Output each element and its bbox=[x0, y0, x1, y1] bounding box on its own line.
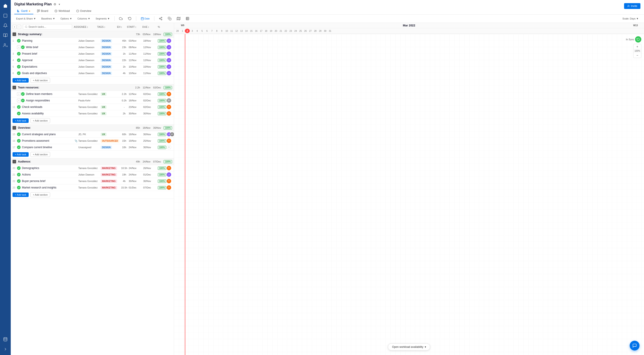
section-collapse-team[interactable]: − bbox=[12, 86, 16, 89]
task-name[interactable]: Current strategies and plans bbox=[22, 133, 78, 136]
sidebar-icon-contacts[interactable] bbox=[2, 42, 8, 48]
copy-button[interactable] bbox=[166, 16, 173, 21]
add-task-button-overview[interactable]: + Add task bbox=[12, 152, 29, 157]
task-start: 08/Nov bbox=[129, 46, 143, 48]
search-input[interactable] bbox=[28, 25, 70, 28]
invite-button[interactable]: Invite bbox=[624, 3, 640, 9]
task-tag[interactable]: MARKETING bbox=[101, 173, 117, 176]
scale-label[interactable]: Scale: Days ▼ bbox=[620, 16, 640, 21]
add-task-button-strategy[interactable]: + Add task bbox=[12, 78, 29, 82]
zoom-in-button[interactable]: + bbox=[634, 44, 640, 49]
expand-all-button[interactable]: + bbox=[12, 25, 16, 29]
task-name[interactable]: Goals and objectives bbox=[22, 72, 78, 75]
task-tag[interactable]: UX bbox=[101, 92, 106, 96]
table-row: − Assign responsibles Paula Kehr 0.2h 18… bbox=[11, 97, 174, 104]
sidebar-icon-home[interactable] bbox=[2, 3, 8, 9]
options-label: Options bbox=[60, 17, 69, 20]
task-name[interactable]: Compare current timeline bbox=[22, 146, 78, 149]
tab-overview[interactable]: Overview bbox=[74, 8, 94, 14]
columns-button[interactable]: Columns ▼ bbox=[76, 16, 92, 21]
task-tag[interactable]: OUTSOURCED bbox=[101, 139, 119, 142]
col-header-assignee[interactable]: ASSIGNEE ↕ bbox=[73, 26, 95, 28]
title-dropdown-icon[interactable]: ▼ bbox=[58, 3, 60, 6]
segments-button[interactable]: Segments ▼ bbox=[94, 16, 112, 21]
add-section-button-audience[interactable]: + Add section bbox=[30, 192, 50, 197]
col-header-start[interactable]: START ↕ bbox=[126, 26, 140, 28]
cloud-sync-button[interactable] bbox=[117, 16, 124, 21]
task-expand-btn[interactable]: − bbox=[17, 92, 20, 96]
col-header-pct[interactable]: % bbox=[157, 26, 166, 28]
task-pct: 100% bbox=[158, 65, 167, 68]
add-task-button-audience[interactable]: + Add task bbox=[12, 192, 29, 197]
chat-button[interactable] bbox=[630, 341, 640, 350]
export-share-button[interactable]: Export & Share ▼ bbox=[14, 16, 38, 21]
task-tag[interactable]: DESIGN bbox=[101, 39, 112, 42]
section-collapse-strategy[interactable]: − bbox=[12, 32, 16, 36]
task-tag[interactable]: UX bbox=[101, 106, 106, 109]
zoom-out-button[interactable]: − bbox=[634, 53, 640, 58]
tab-gantt[interactable]: Gantt ★ bbox=[14, 8, 33, 14]
table-button[interactable] bbox=[184, 16, 191, 21]
task-name[interactable]: Buyer persona brief bbox=[22, 180, 78, 183]
sidebar-icon-notifications[interactable] bbox=[2, 22, 8, 29]
workload-availability-button[interactable]: Open workload availability ▾ bbox=[388, 343, 430, 350]
day-cell: 4 bbox=[195, 30, 200, 32]
task-tag[interactable]: MARKETING bbox=[101, 166, 117, 170]
add-section-button-team[interactable]: + Add section bbox=[30, 118, 50, 123]
sync-icon[interactable] bbox=[635, 36, 641, 42]
col-header-due[interactable]: DUE ↕ bbox=[142, 26, 156, 28]
task-name[interactable]: Assess availability bbox=[22, 112, 78, 115]
task-tag[interactable]: UX bbox=[101, 133, 106, 136]
map-button[interactable] bbox=[175, 16, 182, 21]
task-name[interactable]: Check workloads bbox=[22, 106, 78, 108]
task-name[interactable]: Assign responsibles bbox=[26, 99, 78, 102]
task-tag[interactable]: DESIGN bbox=[101, 59, 112, 62]
tab-workload[interactable]: Workload bbox=[52, 8, 72, 14]
section-strategy-due: 18/Nov bbox=[153, 33, 161, 36]
task-name[interactable]: Promotions assesment bbox=[22, 139, 74, 142]
section-collapse-overview[interactable]: − bbox=[12, 126, 16, 130]
task-tag[interactable]: DESIGN bbox=[101, 146, 112, 149]
task-name[interactable]: Expectations bbox=[22, 65, 78, 68]
task-name[interactable]: Write brief bbox=[26, 46, 78, 49]
search-box[interactable] bbox=[23, 24, 72, 30]
task-check-icon bbox=[17, 173, 20, 176]
col-header-tags[interactable]: TAGS ↕ bbox=[96, 26, 115, 28]
task-expand-btn[interactable]: − bbox=[17, 46, 20, 49]
baselines-button[interactable]: Baselines ▼ bbox=[40, 16, 57, 21]
undo-button[interactable] bbox=[126, 16, 133, 21]
task-num: 4 bbox=[12, 59, 17, 62]
dependency-button[interactable] bbox=[157, 16, 164, 21]
add-section-button-strategy[interactable]: + Add section bbox=[30, 78, 50, 83]
options-button[interactable]: Options ▼ bbox=[59, 16, 74, 21]
task-name[interactable]: Planning bbox=[22, 39, 78, 42]
task-tag[interactable]: DESIGN bbox=[101, 52, 112, 56]
task-tag[interactable]: DESIGN bbox=[101, 65, 112, 68]
task-name[interactable]: Demographics bbox=[22, 166, 78, 170]
task-name[interactable]: Actions bbox=[22, 173, 78, 176]
task-name[interactable]: Approval bbox=[22, 59, 78, 62]
sidebar-icon-favorites[interactable] bbox=[2, 12, 8, 19]
sidebar-icon-learning[interactable] bbox=[2, 32, 8, 38]
task-tag[interactable]: DESIGN bbox=[101, 46, 112, 49]
collapse-all-button[interactable]: − bbox=[17, 25, 21, 29]
task-name[interactable]: Define team members bbox=[26, 92, 78, 96]
task-tag[interactable]: DESIGN bbox=[101, 72, 112, 75]
task-tag[interactable]: UX bbox=[101, 112, 106, 115]
section-collapse-audience[interactable]: − bbox=[12, 160, 16, 164]
task-name[interactable]: Market research and insights bbox=[22, 186, 78, 189]
task-tag-area: DESIGN bbox=[101, 146, 120, 149]
workload-availability-container: Open workload availability ▾ bbox=[388, 343, 430, 350]
settings-icon[interactable]: ⚙ bbox=[54, 2, 56, 6]
add-task-button-team[interactable]: + Add task bbox=[12, 118, 29, 123]
task-tag[interactable]: MARKETING bbox=[101, 186, 117, 189]
task-name[interactable]: Present brief bbox=[22, 52, 78, 55]
add-section-button-overview[interactable]: + Add section bbox=[30, 152, 50, 157]
sidebar-icon-expand[interactable] bbox=[2, 346, 8, 352]
sidebar-icon-database[interactable] bbox=[2, 336, 8, 342]
task-expand-btn[interactable]: − bbox=[17, 99, 20, 102]
date-button[interactable]: Date bbox=[139, 16, 152, 21]
col-header-eh[interactable]: EH ↕ bbox=[116, 26, 125, 28]
task-tag[interactable]: MARKETING bbox=[101, 180, 117, 183]
tab-board[interactable]: Board bbox=[34, 8, 51, 14]
